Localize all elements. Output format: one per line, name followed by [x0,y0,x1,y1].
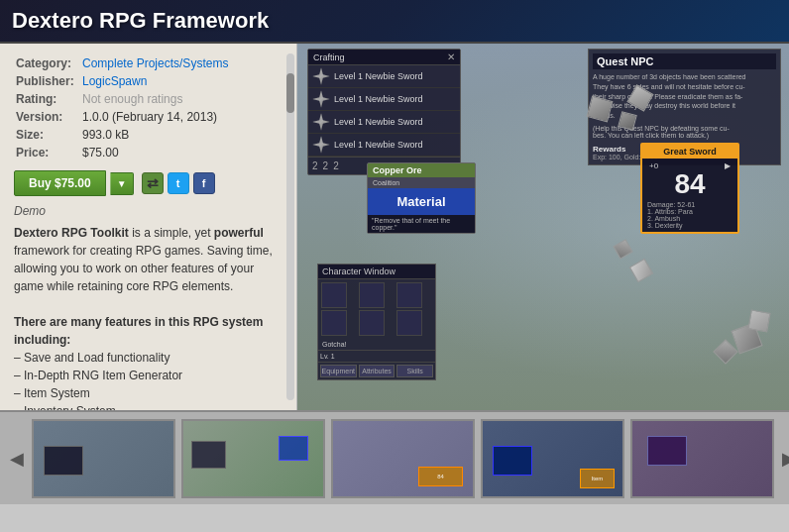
equipment-button[interactable]: Equipment [320,365,357,377]
char-name: Gotcha! [318,339,435,351]
char-slot-5 [359,310,385,336]
size-label: Size: [16,127,80,143]
buy-section: Buy $75.00 ▼ ⇄ t f [14,170,282,196]
publisher-label: Publisher: [16,73,80,89]
version-label: Version: [16,109,80,125]
price-value: $75.00 [82,145,281,160]
share-icon-button[interactable]: ⇄ [142,172,164,194]
price-label: Price: [16,145,80,160]
sword-name: Great Sword [642,145,737,159]
intro-text: is a simple, yet [129,226,214,240]
feature-item: – Item System [14,384,282,402]
feature-item: – In-Depth RNG Item Generator [14,367,282,384]
feature-item: – Inventory System [14,402,282,410]
social-icons-group: ⇄ t f [142,172,215,194]
char-window-title: Character Window [318,265,435,279]
char-slot-2 [359,282,385,308]
main-content: Category: Complete Projects/Systems Publ… [0,44,789,410]
size-value: 993.0 kB [82,127,281,143]
thumbnail-4-inner: Item [483,421,622,496]
material-tooltip: Copper Ore Coalition Material "Remove th… [367,162,476,234]
thumbnails-bar: ◀ 84 Item ▶ [0,410,789,504]
char-slots-grid [318,279,435,339]
character-window: Character Window Gotcha! Lv. 1 Equipment… [317,264,436,380]
item-icon-1 [312,67,330,85]
thumb-2-ui-b [279,436,308,461]
publisher-value[interactable]: LogicSpawn [82,73,281,89]
sword-item-card: Great Sword +0▶ 84 Damage: 52-61 1. Attr… [640,143,739,234]
brand-name: Dextero RPG Toolkit [14,226,129,240]
crafting-title: Crafting [313,53,345,62]
thumb-1-ui [44,446,83,476]
item-label-1: Level 1 Newbie Sword [334,71,423,81]
sword-body: +0▶ 84 Damage: 52-61 1. Attribs: Para 2.… [642,159,737,232]
crafting-close-button[interactable]: ✕ [447,52,455,62]
page-header: Dextero RPG Framework [0,0,789,44]
3d-object-6 [747,309,770,332]
thumbnail-3[interactable]: 84 [331,419,475,498]
sword-details: Damage: 52-61 1. Attribs: Para 2. Ambush… [645,201,734,229]
char-slot-6 [396,310,422,336]
prev-thumbnail-button[interactable]: ◀ [8,412,26,504]
category-value[interactable]: Complete Projects/Systems [82,55,281,71]
thumb-4-ui [493,446,532,476]
item-icon-3 [312,113,330,131]
thumbnail-1-inner [34,421,173,496]
meta-table: Category: Complete Projects/Systems Publ… [14,53,282,162]
material-name: Copper Ore [368,163,475,177]
thumb-2-ui-a [191,441,226,469]
page-title: Dextero RPG Framework [12,8,777,34]
thumbnail-2-inner [183,421,323,496]
crafting-item-4[interactable]: Level 1 Newbie Sword [308,134,460,157]
scrollbar-thumb[interactable] [286,73,294,113]
demo-label: Demo [14,204,282,218]
char-slot-3 [396,282,422,308]
thumb-5-ui [647,436,687,466]
char-slot-4 [321,310,347,336]
features-title: There are many features in this RPG syst… [14,315,263,347]
item-icon-2 [312,90,330,108]
rating-label: Rating: [16,91,80,107]
features-list: – Save and Load functionality– In-Depth … [14,349,282,410]
material-desc: "Remove that of meet the copper." [368,215,475,233]
crafting-item-3[interactable]: Level 1 Newbie Sword [308,111,460,134]
product-description: Dextero RPG Toolkit is a simple, yet pow… [14,224,282,410]
item-label-2: Level 1 Newbie Sword [334,94,423,104]
thumbnail-1[interactable] [32,419,175,498]
scrollbar-track[interactable] [286,53,294,400]
thumbnail-5-inner [632,421,772,496]
body-text: framework for creating RPG games. Saving… [14,244,273,293]
next-thumbnail-button[interactable]: ▶ [780,412,789,504]
item-icon-4 [312,136,330,154]
quest-npc-title: Quest NPC [593,53,776,69]
thumb-3-ui: 84 [418,467,463,486]
product-info-panel: Category: Complete Projects/Systems Publ… [0,44,297,410]
thumbnail-4[interactable]: Item [481,419,624,498]
material-coalition: Coalition [368,177,475,188]
facebook-button[interactable]: f [193,172,215,194]
item-label-4: Level 1 Newbie Sword [334,140,423,150]
item-label-3: Level 1 Newbie Sword [334,117,423,127]
skills-button[interactable]: Skills [396,365,433,377]
bold-text: powerful [214,226,264,240]
buy-dropdown-button[interactable]: ▼ [110,172,134,195]
feature-item: – Save and Load functionality [14,349,282,367]
buy-button[interactable]: Buy $75.00 [14,170,106,196]
crafting-item-1[interactable]: Level 1 Newbie Sword [308,65,460,88]
category-label: Category: [16,55,80,71]
char-buttons-row: Equipment Attributes Skills [318,362,435,379]
sword-value: 84 [645,170,734,198]
crafting-item-2[interactable]: Level 1 Newbie Sword [308,88,460,111]
crafting-panel: Crafting ✕ Level 1 Newbie Sword Level 1 … [307,49,461,175]
twitter-button[interactable]: t [168,172,189,194]
thumb-4-badge: Item [580,469,615,488]
char-level: Lv. 1 [318,351,435,362]
rating-value: Not enough ratings [82,91,281,107]
material-type: Material [368,188,475,215]
crafting-header: Crafting ✕ [308,50,460,65]
attributes-button[interactable]: Attributes [359,365,395,377]
thumbnail-2[interactable] [181,419,325,498]
char-slot-1 [321,282,347,308]
thumbnail-3-inner: 84 [333,421,473,496]
thumbnail-5[interactable] [630,419,774,498]
